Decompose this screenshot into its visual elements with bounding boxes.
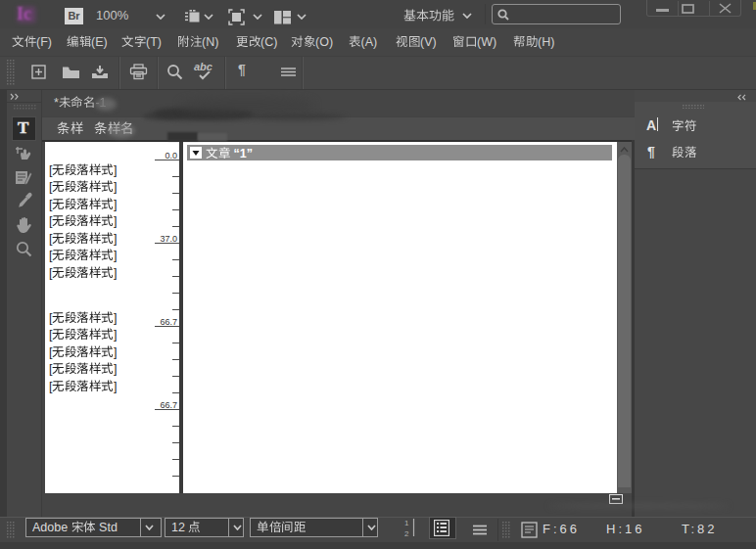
svg-text:2: 2 (404, 529, 409, 537)
svg-text:1: 1 (404, 519, 409, 527)
